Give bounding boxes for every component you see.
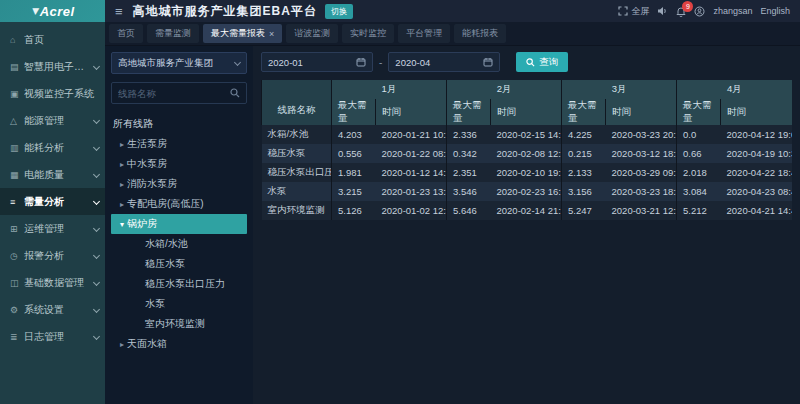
sidebar-item-base-data[interactable]: ◫基础数据管理	[0, 269, 105, 296]
sidebar-item-label: 智慧用电子系统	[24, 60, 91, 74]
tree-item[interactable]: ▸消防水泵房	[111, 174, 247, 194]
energy-mgmt-icon: △	[10, 116, 24, 126]
tree-item[interactable]: 室内环境监测	[111, 314, 247, 334]
tree-item[interactable]: 水泵	[111, 294, 247, 314]
sidebar-item-label: 需量分析	[24, 195, 91, 209]
chevron-down-icon	[93, 198, 100, 205]
max-demand-cell: 4.203	[332, 125, 376, 144]
table-row: 室内环境监测5.1262020-01-02 12:48:005.6462020-…	[262, 201, 792, 220]
time-cell: 2020-02-10 19:55:00	[491, 163, 562, 182]
max-demand-cell: 2.133	[562, 163, 606, 182]
switch-project-button[interactable]: 切换	[325, 4, 353, 19]
date-to-picker[interactable]: 2020-04	[388, 52, 500, 72]
max-demand-cell: 2.351	[447, 163, 491, 182]
tree-item[interactable]: 稳压水泵出口压力	[111, 274, 247, 294]
max-demand-cell: 0.342	[447, 144, 491, 163]
tab[interactable]: 需量监测	[147, 24, 199, 43]
org-select-dropdown[interactable]: 高地城市服务产业集团	[111, 52, 247, 74]
column-header-max-demand: 最大需量	[447, 99, 491, 125]
line-name-cell: 室内环境监测	[262, 201, 332, 220]
tree-item[interactable]: ▸天面水箱	[111, 334, 247, 354]
brand-logo-mark-icon: ◥	[29, 6, 40, 16]
sidebar-item-home[interactable]: ⌂首页	[0, 26, 105, 53]
log-mgmt-icon: ≣	[10, 332, 24, 342]
close-tab-icon[interactable]: ×	[269, 29, 274, 39]
header-bar: ≡ 高地城市服务产业集团EBA平台 切换 全屏 9 zhangsan	[105, 0, 800, 22]
sidebar-item-energy-analysis[interactable]: ▥能耗分析	[0, 134, 105, 161]
sidebar-item-label: 基础数据管理	[24, 276, 91, 290]
sidebar-item-energy-mgmt[interactable]: △能源管理	[0, 107, 105, 134]
sidebar-item-demand-analysis[interactable]: ≡需量分析	[0, 188, 105, 215]
tree-item[interactable]: ▸中水泵房	[111, 154, 247, 174]
tree-item[interactable]: 稳压水泵	[111, 254, 247, 274]
tab-label: 首页	[117, 27, 135, 40]
sidebar-item-alarm-analysis[interactable]: ◷报警分析	[0, 242, 105, 269]
sidebar-item-label: 报警分析	[24, 249, 91, 263]
date-from-picker[interactable]: 2020-01	[261, 52, 373, 72]
chevron-down-icon	[93, 252, 100, 259]
max-demand-cell: 3.084	[677, 182, 721, 201]
tree-item-label: 锅炉房	[127, 217, 157, 231]
column-header-max-demand: 最大需量	[562, 99, 606, 125]
column-header-time: 时间	[376, 99, 447, 125]
tree-collapse-icon[interactable]: ▸	[117, 160, 127, 169]
tree-item[interactable]: ▾锅炉房	[111, 214, 247, 234]
user-avatar-icon	[694, 6, 705, 17]
sidebar-item-smart-power[interactable]: ▤智慧用电子系统	[0, 53, 105, 80]
tree-collapse-icon[interactable]: ▸	[117, 200, 127, 209]
max-demand-cell: 3.215	[332, 182, 376, 201]
chevron-down-icon	[93, 144, 100, 151]
time-cell: 2020-04-21 14:42:00	[721, 201, 792, 220]
volume-button[interactable]	[657, 6, 668, 16]
tab[interactable]: 谐波监测	[286, 24, 338, 43]
tree-collapse-icon[interactable]: ▸	[117, 140, 127, 149]
sidebar-item-power-quality[interactable]: ▦电能质量	[0, 161, 105, 188]
user-avatar-button[interactable]	[694, 6, 705, 17]
max-demand-cell: 2.018	[677, 163, 721, 182]
alarm-analysis-icon: ◷	[10, 251, 24, 261]
tree-item[interactable]: 水箱/水池	[111, 234, 247, 254]
sidebar-item-video-monitor[interactable]: ▣视频监控子系统	[0, 80, 105, 107]
tab[interactable]: 平台管理	[398, 24, 450, 43]
tree-item[interactable]: ▸专配电房(高低压)	[111, 194, 247, 214]
tree-item[interactable]: 所有线路	[111, 114, 247, 134]
time-cell: 2020-03-12 18:41:00	[606, 144, 677, 163]
line-name-cell: 水箱/水池	[262, 125, 332, 144]
language-switch[interactable]: English	[760, 6, 790, 16]
tree-collapse-icon[interactable]: ▸	[117, 340, 127, 349]
time-cell: 2020-02-14 21:54:00	[491, 201, 562, 220]
max-demand-cell: 4.225	[562, 125, 606, 144]
tab-label: 谐波监测	[294, 27, 330, 40]
fullscreen-label: 全屏	[631, 5, 649, 18]
time-cell: 2020-01-21 10:36:00	[376, 125, 447, 144]
table-row: 水泵3.2152020-01-23 13:41:003.5462020-02-2…	[262, 182, 792, 201]
time-cell: 2020-04-22 18:41:00	[721, 163, 792, 182]
tree-item[interactable]: ▸生活泵房	[111, 134, 247, 154]
sidebar-item-ops-mgmt[interactable]: ⊞运维管理	[0, 215, 105, 242]
max-demand-cell: 1.981	[332, 163, 376, 182]
tree-collapse-icon[interactable]: ▸	[117, 180, 127, 189]
content-row: 高地城市服务产业集团 所有线路▸生活泵房▸中水泵房▸消防水泵房▸专配电房(高低压…	[105, 46, 800, 404]
notification-bell-button[interactable]: 9	[676, 6, 686, 17]
tab[interactable]: 最大需量报表×	[203, 24, 282, 43]
query-button[interactable]: 查询	[516, 52, 568, 72]
max-demand-cell: 0.0	[677, 125, 721, 144]
sidebar-item-settings-gear[interactable]: ⚙系统设置	[0, 296, 105, 323]
line-search-input[interactable]	[118, 88, 230, 99]
menu-collapse-icon[interactable]: ≡	[115, 4, 123, 19]
sidebar-item-label: 首页	[24, 33, 99, 47]
date-from-value: 2020-01	[268, 57, 303, 68]
month-group-header: 3月	[562, 80, 677, 99]
max-demand-cell: 5.126	[332, 201, 376, 220]
fullscreen-button[interactable]: 全屏	[618, 5, 649, 18]
tree-item-label: 天面水箱	[127, 337, 167, 351]
tab[interactable]: 首页	[109, 24, 143, 43]
tab[interactable]: 实时监控	[342, 24, 394, 43]
tab[interactable]: 能耗报表	[454, 24, 506, 43]
tree-item-label: 水泵	[145, 297, 165, 311]
tree-expand-icon[interactable]: ▾	[117, 220, 127, 229]
username[interactable]: zhangsan	[713, 6, 752, 16]
time-cell: 2020-04-23 08:41:00	[721, 182, 792, 201]
sidebar-item-log-mgmt[interactable]: ≣日志管理	[0, 323, 105, 350]
time-cell: 2020-03-21 12:23:00	[606, 201, 677, 220]
